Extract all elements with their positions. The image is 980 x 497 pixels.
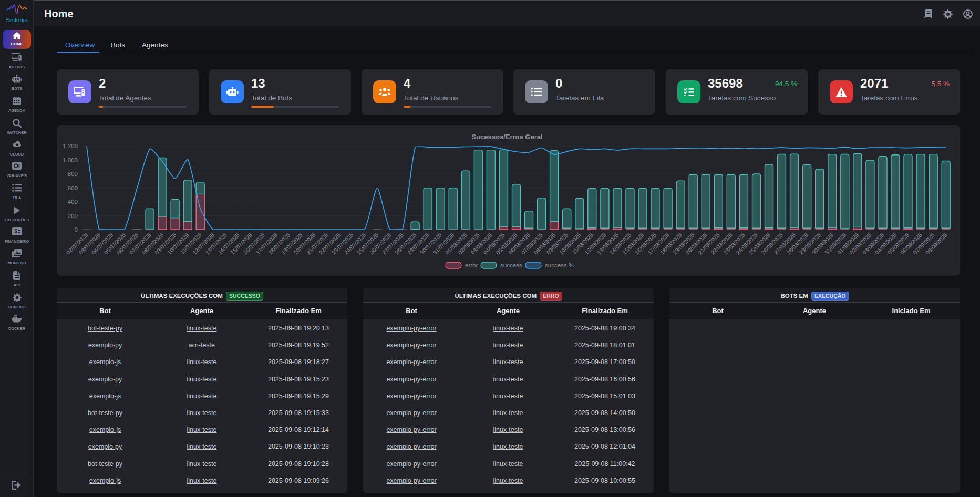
svg-text:200: 200 — [68, 213, 78, 219]
svg-text:400: 400 — [68, 199, 78, 205]
svg-text:1.000: 1.000 — [63, 157, 78, 163]
svg-text:error: error — [465, 262, 478, 268]
svg-text:success %: success % — [545, 262, 574, 268]
svg-text:$: $ — [14, 229, 17, 234]
svg-text:600: 600 — [68, 185, 78, 191]
svg-text:1.200: 1.200 — [63, 143, 78, 149]
svg-text:800: 800 — [68, 171, 78, 177]
svg-text:success: success — [500, 262, 522, 268]
svg-text:Sucessos/Erros Geral: Sucessos/Erros Geral — [471, 133, 542, 141]
svg-text:0: 0 — [75, 226, 78, 233]
